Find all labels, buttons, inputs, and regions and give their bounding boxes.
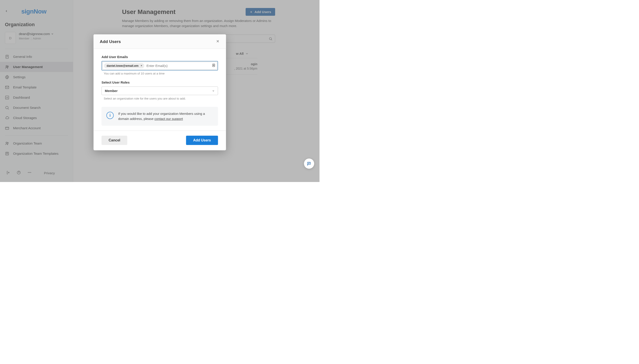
close-icon [140,64,142,67]
info-box: i If you would like to add your organiza… [102,107,218,126]
contacts-icon [212,64,216,67]
chat-fab[interactable] [304,158,314,169]
roles-field-label: Select User Roles [102,80,218,84]
remove-chip-button[interactable] [140,64,142,68]
submit-add-users-button[interactable]: Add Users [186,136,218,145]
info-icon: i [107,112,114,119]
role-select[interactable]: Member [102,86,218,95]
contacts-button[interactable] [212,64,216,68]
email-input[interactable] [146,64,209,68]
add-users-modal: Add Users Add User Emails daniel.lowe@em… [94,34,226,150]
cancel-button[interactable]: Cancel [102,136,127,145]
close-icon [216,39,220,43]
email-chip: daniel.lowe@email.em [104,63,144,68]
info-text: If you would like to add your organizati… [118,111,213,121]
contact-support-link[interactable]: contact our support [154,117,183,120]
close-button[interactable] [216,39,220,44]
svg-point-17 [213,64,214,66]
emails-field-label: Add User Emails [102,55,218,59]
modal-title: Add Users [100,39,121,44]
emails-helper-text: You can add a maximum of 10 users at a t… [104,72,218,75]
chat-icon [307,161,311,166]
emails-field[interactable]: daniel.lowe@email.em [102,61,218,70]
roles-helper-text: Select an organization role for the user… [104,97,218,100]
role-selected-value: Member [105,89,118,93]
chevron-down-icon [212,90,215,92]
